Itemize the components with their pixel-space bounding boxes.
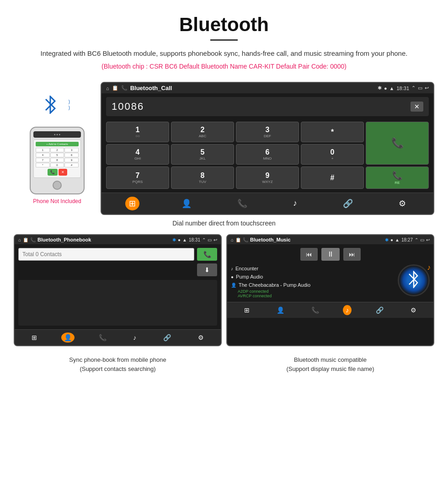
key-star[interactable]: *: [301, 122, 364, 142]
main-screen-caption: Dial number direct from touchscreen: [0, 220, 448, 227]
key-3[interactable]: 3 DEF: [236, 122, 299, 142]
music-track-info: ♪ Encounter ● Pump Audio 👤 The Cheebacab…: [231, 264, 394, 298]
mus-nav-music[interactable]: ♪: [343, 305, 352, 315]
title-underline: [210, 39, 238, 41]
bottom-captions: Sync phone-book from mobile phone (Suppo…: [0, 355, 448, 373]
call-button[interactable]: 📞: [366, 122, 429, 165]
pb-bt-connected: ✱: [172, 237, 176, 242]
mus-phone-icon: 📞: [243, 237, 248, 242]
mus-wifi: ▲: [395, 237, 400, 242]
music-body: ⏮ ⏸ ⏭ ♪ Encounter ● Pump Audio 👤: [227, 244, 433, 302]
phonebook-app-title: Bluetooth_Phonebook: [37, 237, 91, 242]
phone-status-icon: 📞: [121, 85, 128, 91]
phonebook-call-button[interactable]: 📞: [197, 248, 217, 261]
music-caption-line1: Bluetooth music compatible: [294, 356, 367, 363]
pb-wifi: ▲: [182, 237, 187, 242]
key-0[interactable]: 0 +: [301, 144, 364, 165]
phonebook-download-button[interactable]: ⬇: [197, 263, 217, 276]
mus-status-right: ✱ ● ▲ 18:27 ⌃ ▭ ↩: [385, 237, 430, 242]
nav-calls-icon[interactable]: 📞: [234, 197, 251, 210]
dial-status-bar: ⌂ 📋 📞 Bluetooth_Call ✱ ● ▲ 18:31 ⌃ ▭ ↩: [101, 83, 433, 93]
key-hash[interactable]: #: [301, 166, 364, 189]
phone-aside: ) ) ● ● ● + Add to Contacts 1 2 3 4 5 6 …: [14, 82, 101, 204]
music-panel: ⌂ 📋 📞 Bluetooth_Music ✱ ● ▲ 18:27 ⌃ ▭ ↩ …: [226, 234, 434, 346]
mus-window: ▭: [420, 237, 424, 242]
key-7[interactable]: 7 PQRS: [106, 166, 169, 189]
expand-icon: ⌃: [411, 85, 416, 91]
pb-nav-link[interactable]: 🔗: [160, 333, 174, 343]
nav-dialpad-icon[interactable]: ⊞: [125, 197, 139, 210]
track-2: ● Pump Audio: [231, 273, 394, 281]
avrcp-status: AVRCP connected: [238, 294, 394, 298]
contacts-search-input[interactable]: [18, 248, 194, 261]
phonebook-caption: Sync phone-book from mobile phone (Suppo…: [14, 355, 222, 373]
music-content: ♪ Encounter ● Pump Audio 👤 The Cheebacab…: [231, 264, 430, 298]
delete-button[interactable]: ✕: [411, 102, 423, 112]
mus-back: ↩: [426, 237, 430, 242]
mus-nav-calls[interactable]: 📞: [309, 305, 322, 315]
phone-screen-header: + Add to Contacts: [36, 142, 79, 146]
pb-back: ↩: [213, 237, 217, 242]
page-specs: (Bluetooth chip : CSR BC6 Default Blueto…: [27, 63, 421, 70]
pb-bt-icon: 📋: [23, 237, 28, 242]
phonebook-caption-line2: (Support contacts searching): [80, 365, 155, 372]
music-app-title: Bluetooth_Music: [250, 237, 291, 242]
pb-home-icon: ⌂: [18, 237, 21, 242]
bt-connected-icon: ✱: [378, 85, 382, 91]
mus-nav-link[interactable]: 🔗: [373, 305, 386, 315]
pb-expand: ⌃: [202, 237, 206, 242]
mus-home-icon: ⌂: [231, 237, 234, 242]
pb-nav-music[interactable]: ♪: [130, 333, 139, 343]
bluetooth-icon: [43, 102, 57, 117]
key-6[interactable]: 6 MNO: [236, 144, 299, 165]
key-5[interactable]: 5 JKL: [171, 144, 234, 165]
phonebook-caption-line1: Sync phone-book from mobile phone: [69, 356, 166, 363]
bluetooth-icon-container: ) ): [43, 96, 71, 123]
page-header: Bluetooth Integrated with BC6 Bluetooth …: [0, 0, 448, 82]
bottom-panels: ⌂ 📋 📞 Bluetooth_Phonebook ✱ ● ▲ 18:31 ⌃ …: [0, 234, 448, 346]
car-dial-screen: ⌂ 📋 📞 Bluetooth_Call ✱ ● ▲ 18:31 ⌃ ▭ ↩ 1…: [101, 82, 434, 215]
dial-bottom-nav: ⊞ 👤 📞 ♪ 🔗 ⚙: [101, 193, 433, 214]
rewind-button[interactable]: ⏮: [300, 248, 318, 261]
status-icons-right: ✱ ● ▲ 18:31 ⌃ ▭ ↩: [378, 85, 429, 91]
key-1[interactable]: 1 ○○: [106, 122, 169, 142]
main-demo-section: ) ) ● ● ● + Add to Contacts 1 2 3 4 5 6 …: [0, 82, 448, 215]
pb-nav-settings[interactable]: ⚙: [195, 333, 207, 343]
phonebook-panel: ⌂ 📋 📞 Bluetooth_Phonebook ✱ ● ▲ 18:31 ⌃ …: [14, 234, 222, 346]
forward-button[interactable]: ⏭: [343, 248, 361, 261]
mus-bt-connected: ✱: [385, 237, 389, 242]
play-pause-button[interactable]: ⏸: [321, 248, 340, 261]
music-controls: ⏮ ⏸ ⏭: [231, 248, 430, 261]
signal-waves: ) ): [69, 99, 70, 110]
nav-music-icon[interactable]: ♪: [289, 197, 301, 210]
pb-nav-grid[interactable]: ⊞: [29, 333, 40, 343]
track-3: 👤 The Cheebacabra - Pump Audio: [231, 281, 394, 289]
phone-mockup: ● ● ● + Add to Contacts 1 2 3 4 5 6 7 8 …: [30, 127, 85, 194]
mus-nav-contacts[interactable]: 👤: [274, 305, 287, 315]
pb-phone-icon: 📞: [30, 237, 36, 242]
nav-contacts-icon[interactable]: 👤: [178, 197, 195, 210]
dial-number-display: 10086: [112, 101, 144, 113]
mus-expand: ⌃: [415, 237, 418, 242]
music-notes-icon: ♪: [427, 263, 431, 272]
bt-status-icon: 📋: [112, 85, 118, 91]
key-9[interactable]: 9 WXYZ: [236, 166, 299, 189]
nav-settings-icon[interactable]: ⚙: [395, 197, 410, 210]
phone-bottom-row: 📞 ✕: [36, 169, 79, 176]
back-icon: ↩: [425, 85, 429, 91]
mus-nav-settings[interactable]: ⚙: [408, 305, 419, 315]
nav-link-icon[interactable]: 🔗: [339, 197, 357, 210]
key-2[interactable]: 2 ABC: [171, 122, 234, 142]
pb-status-right: ✱ ● ▲ 18:31 ⌃ ▭ ↩: [172, 237, 217, 242]
key-4[interactable]: 4 GHI: [106, 144, 169, 165]
phone-not-included-label: Phone Not Included: [33, 198, 81, 204]
dial-app-title: Bluetooth_Call: [130, 85, 172, 91]
key-8[interactable]: 8 TUV: [171, 166, 234, 189]
redial-button[interactable]: 📞 RE: [366, 166, 429, 189]
mus-signal: ●: [390, 237, 393, 242]
phonebook-body: 📞 ⬇: [15, 244, 221, 329]
phonebook-bottom-nav: ⊞ 👤 📞 ♪ 🔗 ⚙: [15, 329, 221, 345]
pb-nav-calls[interactable]: 📞: [96, 333, 109, 343]
mus-nav-grid[interactable]: ⊞: [241, 305, 252, 315]
pb-nav-contacts[interactable]: 👤: [61, 333, 75, 343]
